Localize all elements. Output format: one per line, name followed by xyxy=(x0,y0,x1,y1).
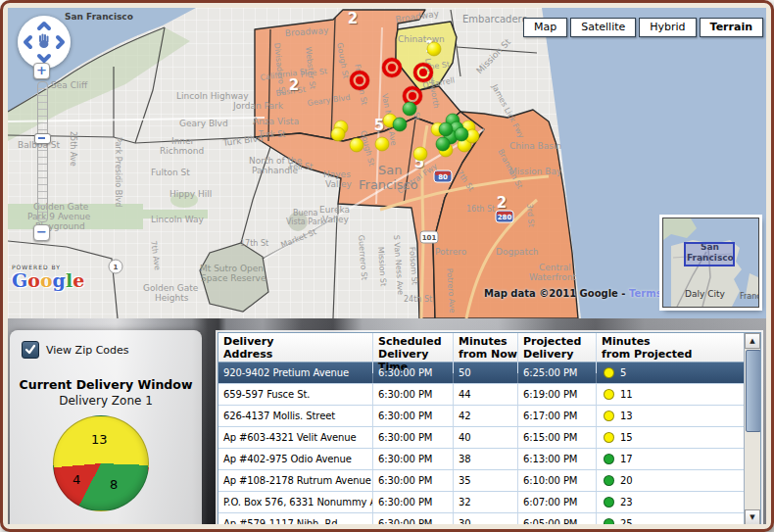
street-label: 24th St xyxy=(404,295,432,304)
status-dot-yellow xyxy=(604,389,614,400)
table-row[interactable]: Ap #603-4321 Velit Avenue6:30:00 PM406:1… xyxy=(218,427,744,449)
table-cell: 6:07:00 PM xyxy=(518,492,597,512)
map-pan-control[interactable] xyxy=(18,16,71,69)
table-cell: 6:10:00 PM xyxy=(518,470,597,491)
street-label: Hayes xyxy=(323,169,351,179)
alert-marker-red[interactable] xyxy=(413,63,433,82)
table-cell-minutes-from-projected: 25 xyxy=(597,513,744,524)
map-type-button-satellite[interactable]: Satellite xyxy=(570,18,636,37)
alert-marker-red[interactable] xyxy=(382,58,402,77)
table-cell: 6:30:00 PM xyxy=(373,406,454,426)
street-label: San xyxy=(378,163,402,177)
pan-down-arrow xyxy=(39,56,49,61)
table-cell: 6:30:00 PM xyxy=(373,470,454,491)
table-cell-minutes-from-projected: 5 xyxy=(597,363,744,383)
table-cell: 30 xyxy=(454,513,518,524)
street-label: Sea Cliff xyxy=(51,80,88,90)
map-type-button-terrain[interactable]: Terrain xyxy=(700,18,763,37)
view-zip-codes-checkbox[interactable] xyxy=(22,341,39,359)
street-label: Waterfront xyxy=(529,272,576,282)
delivery-window-panel: View Zip Codes Current Delivery Window D… xyxy=(10,330,202,524)
scrollbar-up-button[interactable]: ▲ xyxy=(745,333,760,349)
pie-slice-label-early: 8 xyxy=(110,477,118,492)
delivery-marker-yellow[interactable] xyxy=(427,42,441,56)
zoom-slider-track[interactable] xyxy=(37,81,48,222)
delivery-marker-green[interactable] xyxy=(455,127,468,141)
highway-shield-80: 80 xyxy=(438,173,448,181)
table-cell: 6:13:00 PM xyxy=(518,449,597,469)
table-cell: 6:19:00 PM xyxy=(518,384,597,405)
zone-count-label: 2 xyxy=(348,10,358,27)
table-cell: 6:30:00 PM xyxy=(373,492,454,512)
overview-inset-map[interactable]: SanFranciscoDaly CityFranci xyxy=(662,218,759,308)
table-row[interactable]: Ap #108-2178 Rutrum Avenue6:30:00 PM356:… xyxy=(218,470,744,492)
inset-place-label: Franci xyxy=(740,292,758,301)
table-cell: Ap #108-2178 Rutrum Avenue xyxy=(218,470,373,491)
map-type-selector: Map Satellite Hybrid Terrain xyxy=(523,18,763,37)
delivery-table-body: 920-9402 Pretium Avenue6:30:00 PM506:25:… xyxy=(218,363,744,524)
delivery-marker-green[interactable] xyxy=(439,122,453,136)
map-type-button-hybrid[interactable]: Hybrid xyxy=(639,18,696,37)
delivery-marker-yellow[interactable] xyxy=(331,127,345,141)
status-panel-background: View Zip Codes Current Delivery Window D… xyxy=(8,318,766,524)
map-viewport[interactable]: 801012801 San FranciscoSea CliffLincoln … xyxy=(8,8,766,318)
zone-count-label: 2 xyxy=(497,194,507,212)
street-label: Central xyxy=(539,263,571,272)
street-label: Turk St xyxy=(258,130,285,139)
status-dot-yellow xyxy=(604,367,614,378)
table-cell-minutes-from-projected: 20 xyxy=(597,470,744,491)
street-label: Anza Vista xyxy=(253,117,299,126)
table-cell: 32 xyxy=(454,492,518,512)
scrollbar-down-button[interactable]: ▼ xyxy=(745,509,760,524)
google-logo[interactable]: POWERED BY Google xyxy=(12,264,84,290)
status-dot-yellow xyxy=(604,411,614,421)
table-cell: Ap #603-4321 Velit Avenue xyxy=(218,427,373,448)
table-row[interactable]: 659-597 Fusce St.6:30:00 PM446:19:00 PM1… xyxy=(218,384,744,406)
pan-right-arrow xyxy=(58,37,63,47)
table-cell: 6:30:00 PM xyxy=(373,363,454,383)
map-type-button-map[interactable]: Map xyxy=(523,18,567,37)
table-cell: Ap #579-1117 Nibh. Rd. xyxy=(218,513,373,524)
minutes-from-projected-value: 15 xyxy=(620,432,633,443)
table-row[interactable]: P.O. Box 576, 6331 Nonummy Ave6:30:00 PM… xyxy=(218,492,744,513)
table-cell-minutes-from-projected: 15 xyxy=(597,427,744,448)
zoom-control: + − xyxy=(33,63,51,241)
delivery-marker-green[interactable] xyxy=(393,118,407,131)
scrollbar-thumb[interactable] xyxy=(746,350,761,432)
delivery-marker-green[interactable] xyxy=(436,137,450,151)
alert-marker-red[interactable] xyxy=(350,71,369,90)
table-row[interactable]: Ap #579-1117 Nibh. Rd.6:30:00 PM306:05:0… xyxy=(218,513,744,524)
minutes-from-projected-value: 20 xyxy=(620,475,633,486)
table-cell-minutes-from-projected: 11 xyxy=(597,384,744,405)
table-cell: 626-4137 Mollis. Street xyxy=(218,406,373,426)
status-dot-green xyxy=(604,518,614,525)
table-cell: 6:30:00 PM xyxy=(373,427,454,448)
street-label: Park Presidio Blvd xyxy=(114,137,122,207)
minutes-from-projected-value: 5 xyxy=(620,367,626,378)
table-cell: 44 xyxy=(454,384,518,405)
street-label: 17th St xyxy=(240,239,268,248)
inset-viewport-rectangle[interactable] xyxy=(685,243,734,266)
checkmark-icon xyxy=(24,344,36,356)
delivery-marker-green[interactable] xyxy=(403,102,416,116)
street-label: Heights xyxy=(155,293,189,303)
table-header-row: DeliveryAddress ScheduledDelivery Time M… xyxy=(218,333,744,363)
table-scrollbar[interactable]: ▲ ▼ xyxy=(744,333,760,524)
table-cell: P.O. Box 576, 6331 Nonummy Ave xyxy=(218,492,373,512)
table-cell: Ap #402-975 Odio Avenue xyxy=(218,449,373,469)
table-row[interactable]: 626-4137 Mollis. Street6:30:00 PM426:17:… xyxy=(218,406,744,427)
table-row[interactable]: 920-9402 Pretium Avenue6:30:00 PM506:25:… xyxy=(218,363,744,384)
delivery-marker-yellow[interactable] xyxy=(350,138,363,152)
zoom-out-button[interactable]: − xyxy=(33,224,50,241)
pan-up-arrow xyxy=(39,24,49,28)
inset-place-label: Daly City xyxy=(685,289,725,299)
highway-shield-101: 101 xyxy=(422,234,437,242)
delivery-marker-yellow[interactable] xyxy=(375,137,389,151)
zoom-slider-handle[interactable] xyxy=(34,133,51,144)
street-label: 25th Ave xyxy=(69,131,77,167)
pie-slice-label-late: 4 xyxy=(73,472,80,487)
street-label: Valley xyxy=(325,179,353,189)
table-row[interactable]: Ap #402-975 Odio Avenue6:30:00 PM386:13:… xyxy=(218,449,744,470)
zoom-in-button[interactable]: + xyxy=(33,63,50,79)
delivery-marker-yellow[interactable] xyxy=(413,147,427,161)
